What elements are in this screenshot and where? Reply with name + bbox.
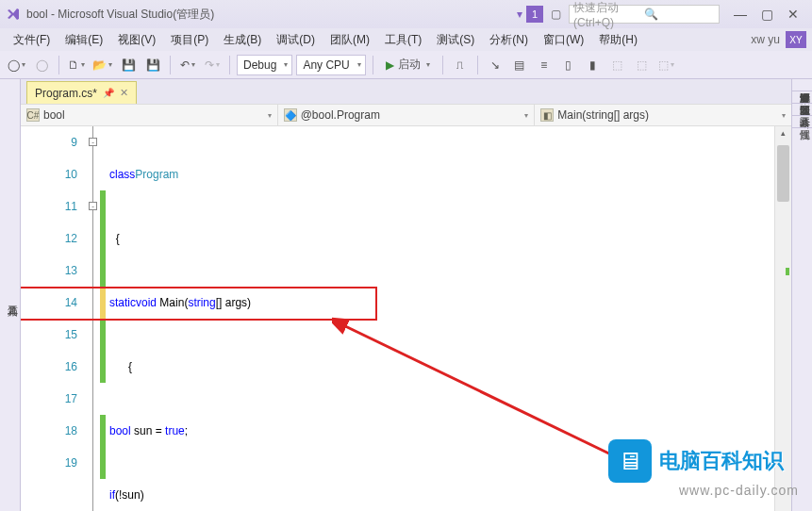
scroll-up-icon[interactable]: ▴ bbox=[775, 128, 791, 138]
bookmark-button[interactable]: ▮ bbox=[583, 55, 604, 75]
nav-forward-button[interactable]: ◯ bbox=[31, 55, 52, 75]
tb-btn-c[interactable]: ⬚ bbox=[632, 55, 653, 75]
monitor-icon: 🖥 bbox=[608, 439, 652, 483]
new-project-button[interactable]: 🗋 bbox=[66, 55, 87, 75]
close-button[interactable]: ✕ bbox=[780, 4, 806, 25]
toolbar: ◯ ◯ 🗋 📂 💾 💾 ↶ ↷ Debug Any CPU ▶启动▾ ⎍ ↘ ▤… bbox=[0, 51, 812, 79]
solution-platform-combo[interactable]: Any CPU bbox=[296, 55, 365, 75]
menu-project[interactable]: 项目(P) bbox=[163, 30, 216, 50]
tb-btn-a[interactable]: ⎍ bbox=[450, 55, 471, 75]
menu-debug[interactable]: 调试(D) bbox=[269, 30, 323, 50]
open-file-button[interactable]: 📂 bbox=[91, 55, 114, 75]
comment-button[interactable]: ≡ bbox=[534, 55, 555, 75]
brand-badge: 🖥 电脑百科知识 bbox=[608, 439, 784, 483]
menu-file[interactable]: 文件(F) bbox=[6, 30, 58, 50]
quick-launch-input[interactable]: 快速启动 (Ctrl+Q) 🔍 bbox=[569, 5, 720, 24]
user-avatar[interactable]: XY bbox=[786, 31, 806, 48]
play-icon: ▶ bbox=[386, 58, 394, 72]
toolbox-rail[interactable]: 工具箱 bbox=[0, 79, 21, 511]
pin-icon[interactable]: 📌 bbox=[103, 88, 114, 98]
change-marker-icon bbox=[786, 268, 789, 275]
nav-scope-combo[interactable]: C#bool bbox=[21, 105, 278, 125]
feedback-icon[interactable]: ▢ bbox=[551, 8, 561, 21]
menu-edit[interactable]: 编辑(E) bbox=[58, 30, 110, 50]
rail-diagnostics[interactable]: 诊断工具 bbox=[792, 104, 812, 116]
scroll-thumb[interactable] bbox=[777, 145, 789, 202]
step-button[interactable]: ↘ bbox=[485, 55, 505, 75]
quick-launch-placeholder: 快速启动 (Ctrl+Q) bbox=[573, 0, 644, 29]
solution-config-combo[interactable]: Debug bbox=[237, 55, 292, 75]
tb-btn-b[interactable]: ⬚ bbox=[607, 55, 628, 75]
menu-window[interactable]: 窗口(W) bbox=[536, 30, 591, 50]
class-icon: 🔷 bbox=[284, 108, 297, 122]
indent-button[interactable]: ▤ bbox=[509, 55, 530, 75]
nav-member-combo[interactable]: ◧Main(string[] args) bbox=[535, 105, 791, 125]
outline-margin[interactable]: - - bbox=[87, 126, 100, 511]
save-all-button[interactable]: 💾 bbox=[142, 55, 163, 75]
undo-button[interactable]: ↶ bbox=[177, 55, 198, 75]
menu-analyze[interactable]: 分析(N) bbox=[482, 30, 536, 50]
rail-solution-explorer[interactable]: 解决方案资源管理器 bbox=[792, 79, 812, 91]
menu-view[interactable]: 视图(V) bbox=[110, 30, 163, 50]
uncomment-button[interactable]: ▯ bbox=[558, 55, 579, 75]
csharp-project-icon: C# bbox=[26, 108, 40, 122]
signed-in-user[interactable]: xw yu bbox=[751, 33, 780, 46]
menu-build[interactable]: 生成(B) bbox=[216, 30, 269, 50]
nav-back-button[interactable]: ◯ bbox=[6, 55, 27, 75]
menu-tools[interactable]: 工具(T) bbox=[377, 30, 429, 50]
window-title: bool - Microsoft Visual Studio(管理员) bbox=[26, 7, 517, 23]
maximize-button[interactable]: ▢ bbox=[754, 4, 780, 25]
notification-badge[interactable]: 1 bbox=[526, 6, 543, 23]
brand-text: 电脑百科知识 bbox=[659, 447, 784, 475]
tab-program-cs[interactable]: Program.cs* 📌 ✕ bbox=[26, 81, 137, 104]
collapse-icon[interactable]: - bbox=[89, 202, 97, 210]
vs-logo-icon bbox=[6, 7, 21, 22]
titlebar: bool - Microsoft Visual Studio(管理员) ▾ 1 … bbox=[0, 0, 812, 28]
line-number-gutter: 9 10 11 12 13 14 15 16 17 18 19 bbox=[21, 126, 87, 511]
rail-team-explorer[interactable]: 团队资源管理器 bbox=[792, 91, 812, 104]
search-icon: 🔍 bbox=[644, 8, 715, 21]
menu-help[interactable]: 帮助(H) bbox=[591, 30, 645, 50]
collapse-icon[interactable]: - bbox=[89, 138, 97, 146]
save-button[interactable]: 💾 bbox=[118, 55, 139, 75]
menu-test[interactable]: 测试(S) bbox=[429, 30, 482, 50]
start-debug-button[interactable]: ▶启动▾ bbox=[380, 55, 436, 75]
minimize-button[interactable]: — bbox=[727, 4, 754, 25]
rail-properties[interactable]: 属性 bbox=[792, 116, 812, 128]
menu-team[interactable]: 团队(M) bbox=[323, 30, 377, 50]
tab-label: Program.cs* bbox=[35, 87, 97, 100]
document-tabs: Program.cs* 📌 ✕ bbox=[21, 79, 791, 104]
right-rail: 解决方案资源管理器 团队资源管理器 诊断工具 属性 bbox=[791, 79, 812, 511]
notification-flag-icon[interactable]: ▾ bbox=[517, 8, 522, 21]
navigation-bar: C#bool 🔷@bool.Program ◧Main(string[] arg… bbox=[21, 104, 791, 126]
tb-btn-d[interactable]: ⬚ bbox=[656, 55, 677, 75]
close-tab-icon[interactable]: ✕ bbox=[120, 87, 128, 99]
method-icon: ◧ bbox=[540, 108, 554, 122]
nav-class-combo[interactable]: 🔷@bool.Program bbox=[278, 105, 536, 125]
redo-button[interactable]: ↷ bbox=[202, 55, 223, 75]
watermark-text: www.pc-daily.com bbox=[679, 483, 799, 498]
menubar: 文件(F) 编辑(E) 视图(V) 项目(P) 生成(B) 调试(D) 团队(M… bbox=[0, 28, 812, 51]
